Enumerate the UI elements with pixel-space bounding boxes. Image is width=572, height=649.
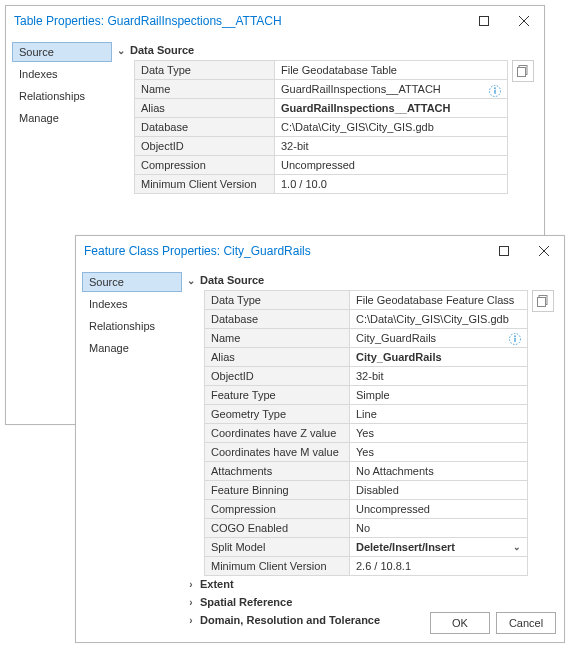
copy-button[interactable] — [532, 290, 554, 312]
sidebar-item-indexes[interactable]: Indexes — [82, 294, 182, 314]
sidebar-item-source[interactable]: Source — [12, 42, 112, 62]
property-key: COGO Enabled — [205, 519, 350, 538]
property-key: Geometry Type — [205, 405, 350, 424]
section-header-spatial-reference[interactable]: ›Spatial Reference — [186, 594, 558, 612]
property-value: City_GuardRails — [350, 329, 528, 348]
property-value: 32-bit — [350, 367, 528, 386]
table-row: CompressionUncompressed — [205, 500, 528, 519]
table-row: CompressionUncompressed — [135, 156, 508, 175]
section-title: Data Source — [200, 274, 264, 286]
property-key: Feature Binning — [205, 481, 350, 500]
sidebar-item-manage[interactable]: Manage — [82, 338, 182, 358]
property-key: ObjectID — [205, 367, 350, 386]
chevron-right-icon: › — [186, 615, 196, 626]
section-header-data-source[interactable]: ⌄ Data Source — [116, 42, 538, 60]
property-key: Database — [205, 310, 350, 329]
close-button[interactable] — [504, 6, 544, 36]
svg-rect-15 — [514, 338, 515, 342]
property-value: City_GuardRails — [350, 348, 528, 367]
section-header-extent[interactable]: ›Extent — [186, 576, 558, 594]
property-key: Database — [135, 118, 275, 137]
window-title: Table Properties: GuardRailInspections__… — [14, 14, 464, 28]
property-key: Data Type — [205, 291, 350, 310]
svg-rect-8 — [500, 247, 509, 256]
table-row: Data TypeFile Geodatabase Table — [135, 61, 508, 80]
table-row: Minimum Client Version2.6 / 10.8.1 — [205, 557, 528, 576]
property-value[interactable]: Delete/Insert/Insert⌄ — [350, 538, 528, 557]
property-key: Minimum Client Version — [205, 557, 350, 576]
property-value: No Attachments — [350, 462, 528, 481]
property-key: Split Model — [205, 538, 350, 557]
section-title: Data Source — [130, 44, 194, 56]
sidebar-item-relationships[interactable]: Relationships — [12, 86, 112, 106]
table-row: Coordinates have M valueYes — [205, 443, 528, 462]
sidebar-item-relationships[interactable]: Relationships — [82, 316, 182, 336]
property-value: GuardRailInspections__ATTACH — [275, 80, 508, 99]
sidebar: SourceIndexesRelationshipsManage — [76, 266, 186, 642]
svg-point-14 — [514, 335, 516, 337]
table-row: DatabaseC:\Data\City_GIS\City_GIS.gdb — [135, 118, 508, 137]
property-key: Feature Type — [205, 386, 350, 405]
section-title: Domain, Resolution and Tolerance — [200, 614, 380, 626]
property-value: C:\Data\City_GIS\City_GIS.gdb — [350, 310, 528, 329]
property-key: Minimum Client Version — [135, 175, 275, 194]
window-title: Feature Class Properties: City_GuardRail… — [84, 244, 484, 258]
copy-button[interactable] — [512, 60, 534, 82]
chevron-right-icon: › — [186, 579, 196, 590]
table-row: Feature TypeSimple — [205, 386, 528, 405]
sidebar-item-manage[interactable]: Manage — [12, 108, 112, 128]
svg-rect-0 — [480, 17, 489, 26]
table-row: Geometry TypeLine — [205, 405, 528, 424]
property-value: Line — [350, 405, 528, 424]
property-value: Uncompressed — [350, 500, 528, 519]
table-row: COGO EnabledNo — [205, 519, 528, 538]
svg-point-6 — [494, 87, 496, 89]
titlebar: Table Properties: GuardRailInspections__… — [6, 6, 544, 36]
chevron-down-icon: ⌄ — [186, 275, 196, 286]
table-row: AttachmentsNo Attachments — [205, 462, 528, 481]
property-value: No — [350, 519, 528, 538]
info-icon[interactable] — [508, 332, 522, 346]
sidebar-item-source[interactable]: Source — [82, 272, 182, 292]
sidebar-item-indexes[interactable]: Indexes — [12, 64, 112, 84]
table-row: NameCity_GuardRails — [205, 329, 528, 348]
property-key: Coordinates have M value — [205, 443, 350, 462]
chevron-down-icon: ⌄ — [116, 45, 126, 56]
property-key: Coordinates have Z value — [205, 424, 350, 443]
section-title: Spatial Reference — [200, 596, 292, 608]
feature-class-properties-dialog: Feature Class Properties: City_GuardRail… — [75, 235, 565, 643]
property-key: Data Type — [135, 61, 275, 80]
property-value: 2.6 / 10.8.1 — [350, 557, 528, 576]
property-value: C:\Data\City_GIS\City_GIS.gdb — [275, 118, 508, 137]
ok-button[interactable]: OK — [430, 612, 490, 634]
section-header-data-source[interactable]: ⌄ Data Source — [186, 272, 558, 290]
property-value: Yes — [350, 443, 528, 462]
close-button[interactable] — [524, 236, 564, 266]
property-value: Simple — [350, 386, 528, 405]
table-row: Split ModelDelete/Insert/Insert⌄ — [205, 538, 528, 557]
section-title: Extent — [200, 578, 234, 590]
chevron-down-icon: ⌄ — [513, 542, 521, 552]
maximize-button[interactable] — [484, 236, 524, 266]
properties-table: Data TypeFile Geodatabase TableNameGuard… — [134, 60, 508, 194]
property-key: Alias — [205, 348, 350, 367]
property-key: ObjectID — [135, 137, 275, 156]
table-row: Minimum Client Version1.0 / 10.0 — [135, 175, 508, 194]
property-key: Name — [135, 80, 275, 99]
dialog-footer: OK Cancel — [430, 612, 556, 634]
table-row: AliasGuardRailInspections__ATTACH — [135, 99, 508, 118]
property-value: 32-bit — [275, 137, 508, 156]
property-value: Uncompressed — [275, 156, 508, 175]
maximize-button[interactable] — [464, 6, 504, 36]
cancel-button[interactable]: Cancel — [496, 612, 556, 634]
svg-rect-12 — [538, 298, 546, 307]
table-row: DatabaseC:\Data\City_GIS\City_GIS.gdb — [205, 310, 528, 329]
property-key: Name — [205, 329, 350, 348]
table-row: Data TypeFile Geodatabase Feature Class — [205, 291, 528, 310]
svg-rect-7 — [494, 90, 495, 94]
property-key: Attachments — [205, 462, 350, 481]
property-value: File Geodatabase Table — [275, 61, 508, 80]
info-icon[interactable] — [488, 84, 502, 98]
properties-table: Data TypeFile Geodatabase Feature ClassD… — [204, 290, 528, 576]
table-row: Feature BinningDisabled — [205, 481, 528, 500]
